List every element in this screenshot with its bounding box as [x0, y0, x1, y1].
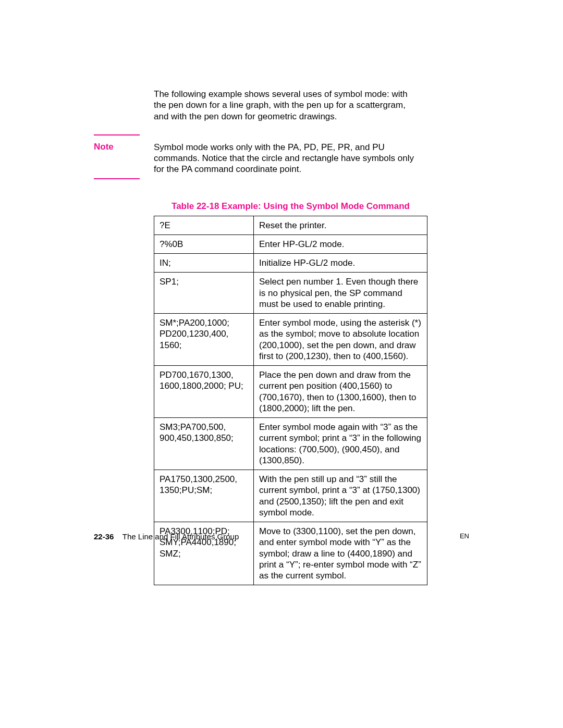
table-row: SM3;PA700,500, 900,450,1300,850; Enter s…	[154, 418, 427, 470]
note-rule-bottom	[94, 178, 140, 179]
note-rule-top	[94, 134, 140, 135]
table-row: SM*;PA200,1000; PD200,1230,400, 1560; En…	[154, 314, 427, 366]
table-row: ?E Reset the printer.	[154, 216, 427, 235]
table-row: PA3300,1100;PD; SMY;PA4400,1890; SMZ; Mo…	[154, 522, 427, 585]
desc-cell: Enter symbol mode, using the asterisk (*…	[254, 314, 427, 366]
table-row: SP1; Select pen number 1. Even though th…	[154, 273, 427, 314]
section-title: The Line and Fill Attributes Group	[123, 532, 239, 541]
note-text: Symbol mode works only with the PA, PD, …	[154, 142, 420, 175]
cmd-cell: IN;	[154, 254, 254, 273]
table-row: PA1750,1300,2500, 1350;PU;SM; With the p…	[154, 470, 427, 522]
page-number: 22-36	[94, 532, 114, 541]
cmd-cell: SP1;	[154, 273, 254, 314]
note-label: Note	[94, 142, 114, 152]
command-table: ?E Reset the printer. ?%0B Enter HP-GL/2…	[154, 216, 427, 586]
cmd-cell: PA1750,1300,2500, 1350;PU;SM;	[154, 470, 254, 522]
page-footer: 22-36 The Line and Fill Attributes Group…	[94, 532, 469, 541]
desc-cell: Enter symbol mode again with “3” as the …	[254, 418, 427, 470]
desc-cell: Initialize HP-GL/2 mode.	[254, 254, 427, 273]
desc-cell: With the pen still up and “3” still the …	[254, 470, 427, 522]
cmd-cell: PD700,1670,1300, 1600,1800,2000; PU;	[154, 366, 254, 418]
cmd-cell: SM*;PA200,1000; PD200,1230,400, 1560;	[154, 314, 254, 366]
cmd-cell: SM3;PA700,500, 900,450,1300,850;	[154, 418, 254, 470]
desc-cell: Move to (3300,1100), set the pen down, a…	[254, 522, 427, 585]
table-row: IN; Initialize HP-GL/2 mode.	[154, 254, 427, 273]
desc-cell: Enter HP-GL/2 mode.	[254, 235, 427, 253]
cmd-cell: PA3300,1100;PD; SMY;PA4400,1890; SMZ;	[154, 522, 254, 585]
desc-cell: Select pen number 1. Even though there i…	[254, 273, 427, 314]
cmd-cell: ?%0B	[154, 235, 254, 253]
desc-cell: Place the pen down and draw from the cur…	[254, 366, 427, 418]
lang-code: EN	[460, 532, 469, 540]
table-row: PD700,1670,1300, 1600,1800,2000; PU; Pla…	[154, 366, 427, 418]
table-row: ?%0B Enter HP-GL/2 mode.	[154, 235, 427, 253]
intro-paragraph: The following example shows several uses…	[154, 89, 420, 122]
table-title: Table 22-18 Example: Using the Symbol Mo…	[154, 201, 427, 212]
desc-cell: Reset the printer.	[254, 216, 427, 235]
note-block: Note Symbol mode works only with the PA,…	[94, 142, 420, 175]
cmd-cell: ?E	[154, 216, 254, 235]
